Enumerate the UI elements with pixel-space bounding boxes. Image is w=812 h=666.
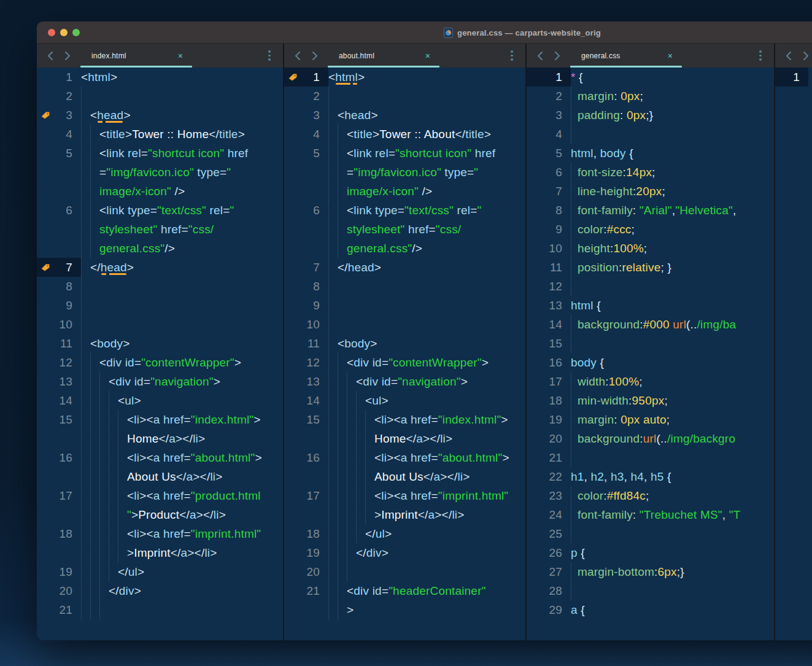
code-text[interactable]: body { xyxy=(571,353,774,372)
line-gutter[interactable] xyxy=(37,505,81,524)
code-text[interactable]: h1, h2, h3, h4, h5 { xyxy=(571,467,774,486)
line-gutter[interactable]: 13 xyxy=(527,296,571,315)
code-editor[interactable]: 1 xyxy=(775,68,812,620)
line-gutter[interactable]: 21 xyxy=(37,600,81,619)
line-gutter[interactable]: 12 xyxy=(284,353,328,372)
code-text[interactable]: background:url(../img/backgro xyxy=(571,429,774,448)
code-text[interactable]: <div id="contentWrapper"> xyxy=(81,353,283,372)
line-gutter[interactable]: 6 xyxy=(527,163,571,182)
line-gutter[interactable] xyxy=(284,239,328,258)
code-text[interactable]: ">Product</a></li> xyxy=(81,505,283,524)
line-gutter[interactable]: 11 xyxy=(527,258,571,277)
history-forward-icon[interactable] xyxy=(309,50,320,61)
line-gutter[interactable]: 1 xyxy=(284,68,328,87)
code-text[interactable]: margin: 0px; xyxy=(571,87,774,106)
code-text[interactable]: line-height:20px; xyxy=(571,182,774,201)
close-tab-icon[interactable]: × xyxy=(668,52,673,60)
line-gutter[interactable]: 10 xyxy=(37,315,81,334)
line-gutter[interactable]: 12 xyxy=(527,277,571,296)
line-gutter[interactable]: 27 xyxy=(527,562,571,581)
line-gutter[interactable]: 4 xyxy=(527,125,571,144)
line-gutter[interactable]: 18 xyxy=(284,524,328,543)
code-text[interactable] xyxy=(808,68,812,87)
tab-general-css[interactable]: general.css × xyxy=(570,44,682,68)
code-text[interactable]: background:#000 url(../img/ba xyxy=(571,315,774,334)
history-back-icon[interactable] xyxy=(783,50,794,61)
code-text[interactable]: <html> xyxy=(81,68,283,87)
line-gutter[interactable]: 14 xyxy=(37,391,81,410)
line-gutter[interactable]: 21 xyxy=(284,581,328,600)
code-text[interactable]: image/x-icon" /> xyxy=(81,182,283,201)
line-gutter[interactable] xyxy=(37,182,81,201)
tab-index-html[interactable]: index.html × xyxy=(80,44,192,68)
line-gutter[interactable]: 17 xyxy=(527,372,571,391)
code-text[interactable]: </div> xyxy=(81,581,283,600)
line-gutter[interactable]: 19 xyxy=(284,543,328,562)
line-gutter[interactable] xyxy=(37,543,81,562)
line-gutter[interactable]: 2 xyxy=(37,87,81,106)
code-text[interactable]: <body> xyxy=(328,334,525,353)
line-gutter[interactable]: 6 xyxy=(284,201,328,220)
line-gutter[interactable]: 11 xyxy=(37,334,81,353)
line-gutter[interactable]: 17 xyxy=(284,486,328,505)
line-gutter[interactable]: 3 xyxy=(527,106,571,125)
line-gutter[interactable]: 18 xyxy=(527,391,571,410)
code-text[interactable]: a { xyxy=(571,600,774,619)
line-gutter[interactable]: 5 xyxy=(284,144,328,163)
code-editor[interactable]: 1<html>23<head>4<title>Tower :: Home</ti… xyxy=(37,68,283,620)
line-gutter[interactable]: 19 xyxy=(527,410,571,429)
code-text[interactable]: <div id="navigation"> xyxy=(328,372,525,391)
line-gutter[interactable]: 6 xyxy=(37,201,81,220)
line-gutter[interactable]: 7 xyxy=(37,258,81,277)
line-gutter[interactable]: 4 xyxy=(284,125,328,144)
line-gutter[interactable] xyxy=(284,220,328,239)
code-text[interactable] xyxy=(81,87,283,106)
line-gutter[interactable]: 23 xyxy=(527,486,571,505)
line-gutter[interactable]: 29 xyxy=(527,600,571,619)
minimize-window-button[interactable] xyxy=(60,29,68,36)
code-text[interactable]: </ul> xyxy=(81,562,283,581)
code-text[interactable]: margin-bottom:6px;} xyxy=(571,562,774,581)
line-gutter[interactable]: 20 xyxy=(284,562,328,581)
line-gutter[interactable]: 2 xyxy=(527,87,571,106)
code-text[interactable]: ="img/favicon.ico" type=" xyxy=(328,163,525,182)
line-gutter[interactable]: 10 xyxy=(284,315,328,334)
code-text[interactable]: height:100%; xyxy=(571,239,774,258)
code-text[interactable] xyxy=(571,277,774,296)
code-text[interactable]: </ul> xyxy=(328,524,525,543)
line-gutter[interactable]: 9 xyxy=(527,220,571,239)
line-gutter[interactable]: 8 xyxy=(284,277,328,296)
code-text[interactable]: * { xyxy=(571,68,774,87)
code-text[interactable] xyxy=(571,524,774,543)
code-text[interactable]: <div id="navigation"> xyxy=(81,372,283,391)
code-text[interactable]: <div id="contentWrapper"> xyxy=(328,353,525,372)
close-window-button[interactable] xyxy=(48,29,55,36)
code-text[interactable]: >Imprint</a></li> xyxy=(81,543,283,562)
line-gutter[interactable] xyxy=(37,239,81,258)
zoom-window-button[interactable] xyxy=(72,29,80,36)
line-gutter[interactable]: 3 xyxy=(37,106,81,125)
line-gutter[interactable]: 5 xyxy=(37,144,81,163)
code-text[interactable]: About Us</a></li> xyxy=(81,467,283,486)
line-gutter[interactable]: 9 xyxy=(284,296,328,315)
code-text[interactable]: font-family: "Trebuchet MS", "T xyxy=(571,505,774,524)
line-gutter[interactable]: 14 xyxy=(284,391,328,410)
line-gutter[interactable]: 8 xyxy=(527,201,571,220)
code-text[interactable]: <li><a href="about.html"> xyxy=(328,448,525,467)
code-text[interactable]: Home</a></li> xyxy=(328,429,525,448)
line-gutter[interactable] xyxy=(284,505,328,524)
code-text[interactable]: >Imprint</a></li> xyxy=(328,505,525,524)
code-text[interactable] xyxy=(328,87,525,106)
line-gutter[interactable]: 1 xyxy=(37,68,81,87)
code-text[interactable]: <li><a href="imprint.html" xyxy=(81,524,283,543)
code-text[interactable]: <head> xyxy=(81,106,283,125)
code-text[interactable]: <title>Tower :: About</title> xyxy=(328,125,525,144)
line-gutter[interactable]: 19 xyxy=(37,562,81,581)
code-text[interactable]: margin: 0px auto; xyxy=(571,410,774,429)
code-text[interactable] xyxy=(81,277,283,296)
line-gutter[interactable]: 3 xyxy=(284,106,328,125)
code-text[interactable]: <ul> xyxy=(328,391,525,410)
code-text[interactable]: p { xyxy=(571,543,774,562)
code-text[interactable]: <li><a href="imprint.html" xyxy=(328,486,525,505)
line-gutter[interactable]: 15 xyxy=(284,410,328,429)
